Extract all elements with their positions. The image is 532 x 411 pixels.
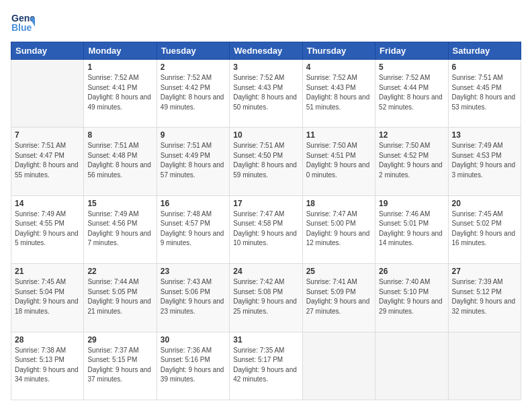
day-number: 13 [452,130,517,140]
day-info: Sunrise: 7:46 AMSunset: 5:01 PMDaylight:… [379,210,444,248]
calendar-day-cell: 1Sunrise: 7:52 AMSunset: 4:41 PMDaylight… [84,60,157,128]
day-info: Sunrise: 7:38 AMSunset: 5:13 PMDaylight:… [15,346,80,385]
day-number: 1 [87,62,152,72]
day-info: Sunrise: 7:47 AMSunset: 4:58 PMDaylight:… [233,210,298,248]
day-number: 24 [233,267,298,276]
calendar-day-cell: 10Sunrise: 7:51 AMSunset: 4:50 PMDayligh… [230,128,302,195]
calendar-day-cell: 17Sunrise: 7:47 AMSunset: 4:58 PMDayligh… [230,195,302,263]
calendar-day-cell: 23Sunrise: 7:43 AMSunset: 5:06 PMDayligh… [157,264,229,332]
day-number: 30 [161,335,226,345]
day-info: Sunrise: 7:40 AMSunset: 5:10 PMDaylight:… [379,277,444,316]
day-number: 10 [233,130,298,140]
day-number: 3 [233,62,298,72]
day-number: 23 [161,267,226,276]
calendar-day-cell: 22Sunrise: 7:44 AMSunset: 5:05 PMDayligh… [84,264,157,332]
logo-icon: General Blue [11,11,35,35]
day-info: Sunrise: 7:51 AMSunset: 4:48 PMDaylight:… [87,141,152,180]
day-info: Sunrise: 7:47 AMSunset: 5:00 PMDaylight:… [306,210,371,248]
day-info: Sunrise: 7:44 AMSunset: 5:05 PMDaylight:… [87,277,152,316]
day-info: Sunrise: 7:39 AMSunset: 5:12 PMDaylight:… [452,277,517,316]
day-info: Sunrise: 7:45 AMSunset: 5:02 PMDaylight:… [452,210,517,248]
calendar-table: SundayMondayTuesdayWednesdayThursdayFrid… [11,42,521,400]
calendar-week-row: 14Sunrise: 7:49 AMSunset: 4:55 PMDayligh… [11,195,521,263]
calendar-week-row: 1Sunrise: 7:52 AMSunset: 4:41 PMDaylight… [11,60,521,128]
day-info: Sunrise: 7:51 AMSunset: 4:50 PMDaylight:… [233,141,298,180]
day-info: Sunrise: 7:36 AMSunset: 5:16 PMDaylight:… [161,346,226,385]
calendar-day-cell: 31Sunrise: 7:35 AMSunset: 5:17 PMDayligh… [230,332,302,400]
page: General Blue SundayMondayTuesdayWednesda… [0,0,532,411]
day-number: 26 [379,267,444,276]
calendar-week-row: 21Sunrise: 7:45 AMSunset: 5:04 PMDayligh… [11,264,521,332]
day-info: Sunrise: 7:41 AMSunset: 5:09 PMDaylight:… [306,277,371,316]
calendar-weekday-header: Sunday [11,42,84,60]
day-number: 17 [233,199,298,208]
calendar-day-cell: 2Sunrise: 7:52 AMSunset: 4:42 PMDaylight… [157,60,229,128]
day-info: Sunrise: 7:52 AMSunset: 4:41 PMDaylight:… [87,73,152,112]
calendar-weekday-header: Wednesday [230,42,302,60]
svg-text:Blue: Blue [11,22,32,33]
calendar-day-cell: 24Sunrise: 7:42 AMSunset: 5:08 PMDayligh… [230,264,302,332]
calendar-day-cell: 16Sunrise: 7:48 AMSunset: 4:57 PMDayligh… [157,195,229,263]
calendar-header-row: SundayMondayTuesdayWednesdayThursdayFrid… [11,42,521,60]
calendar-day-cell: 9Sunrise: 7:51 AMSunset: 4:49 PMDaylight… [157,128,229,195]
calendar-week-row: 7Sunrise: 7:51 AMSunset: 4:47 PMDaylight… [11,128,521,195]
calendar-day-cell [448,332,521,400]
calendar-day-cell: 29Sunrise: 7:37 AMSunset: 5:15 PMDayligh… [84,332,157,400]
day-number: 21 [15,267,80,276]
calendar-day-cell: 6Sunrise: 7:51 AMSunset: 4:45 PMDaylight… [448,60,521,128]
calendar-day-cell: 8Sunrise: 7:51 AMSunset: 4:48 PMDaylight… [84,128,157,195]
day-number: 18 [306,199,371,208]
calendar-day-cell: 18Sunrise: 7:47 AMSunset: 5:00 PMDayligh… [302,195,375,263]
calendar-day-cell: 20Sunrise: 7:45 AMSunset: 5:02 PMDayligh… [448,195,521,263]
calendar-day-cell: 14Sunrise: 7:49 AMSunset: 4:55 PMDayligh… [11,195,84,263]
day-info: Sunrise: 7:52 AMSunset: 4:43 PMDaylight:… [233,73,298,112]
calendar-day-cell: 15Sunrise: 7:49 AMSunset: 4:56 PMDayligh… [84,195,157,263]
calendar-week-row: 28Sunrise: 7:38 AMSunset: 5:13 PMDayligh… [11,332,521,400]
calendar-day-cell: 13Sunrise: 7:49 AMSunset: 4:53 PMDayligh… [448,128,521,195]
calendar-day-cell: 28Sunrise: 7:38 AMSunset: 5:13 PMDayligh… [11,332,84,400]
day-info: Sunrise: 7:43 AMSunset: 5:06 PMDaylight:… [161,277,226,316]
header: General Blue [11,11,521,35]
day-info: Sunrise: 7:51 AMSunset: 4:49 PMDaylight:… [161,141,226,180]
day-info: Sunrise: 7:52 AMSunset: 4:43 PMDaylight:… [306,73,371,112]
day-info: Sunrise: 7:51 AMSunset: 4:47 PMDaylight:… [15,141,80,180]
calendar-day-cell: 26Sunrise: 7:40 AMSunset: 5:10 PMDayligh… [375,264,448,332]
calendar-day-cell [375,332,448,400]
day-number: 2 [161,62,226,72]
calendar-weekday-header: Saturday [448,42,521,60]
day-number: 14 [15,199,80,208]
calendar-weekday-header: Thursday [302,42,375,60]
day-info: Sunrise: 7:37 AMSunset: 5:15 PMDaylight:… [87,346,152,385]
calendar-weekday-header: Friday [375,42,448,60]
day-number: 25 [306,267,371,276]
day-number: 31 [233,335,298,345]
day-number: 5 [379,62,444,72]
day-info: Sunrise: 7:35 AMSunset: 5:17 PMDaylight:… [233,346,298,385]
calendar-day-cell: 25Sunrise: 7:41 AMSunset: 5:09 PMDayligh… [302,264,375,332]
calendar-day-cell: 3Sunrise: 7:52 AMSunset: 4:43 PMDaylight… [230,60,302,128]
day-info: Sunrise: 7:48 AMSunset: 4:57 PMDaylight:… [161,210,226,248]
calendar-weekday-header: Monday [84,42,157,60]
calendar-day-cell [11,60,84,128]
day-number: 15 [87,199,152,208]
day-number: 19 [379,199,444,208]
calendar-day-cell: 12Sunrise: 7:50 AMSunset: 4:52 PMDayligh… [375,128,448,195]
day-info: Sunrise: 7:52 AMSunset: 4:44 PMDaylight:… [379,73,444,112]
day-info: Sunrise: 7:50 AMSunset: 4:52 PMDaylight:… [379,141,444,180]
calendar-day-cell: 27Sunrise: 7:39 AMSunset: 5:12 PMDayligh… [448,264,521,332]
day-info: Sunrise: 7:49 AMSunset: 4:53 PMDaylight:… [452,141,517,180]
day-number: 16 [161,199,226,208]
day-info: Sunrise: 7:50 AMSunset: 4:51 PMDaylight:… [306,141,371,180]
calendar-day-cell: 5Sunrise: 7:52 AMSunset: 4:44 PMDaylight… [375,60,448,128]
day-info: Sunrise: 7:45 AMSunset: 5:04 PMDaylight:… [15,277,80,316]
logo: General Blue [11,11,36,35]
day-number: 22 [87,267,152,276]
day-number: 27 [452,267,517,276]
day-info: Sunrise: 7:52 AMSunset: 4:42 PMDaylight:… [161,73,226,112]
calendar-day-cell: 11Sunrise: 7:50 AMSunset: 4:51 PMDayligh… [302,128,375,195]
day-number: 28 [15,335,80,345]
day-number: 12 [379,130,444,140]
calendar-day-cell [302,332,375,400]
day-info: Sunrise: 7:51 AMSunset: 4:45 PMDaylight:… [452,73,517,112]
day-number: 29 [87,335,152,345]
